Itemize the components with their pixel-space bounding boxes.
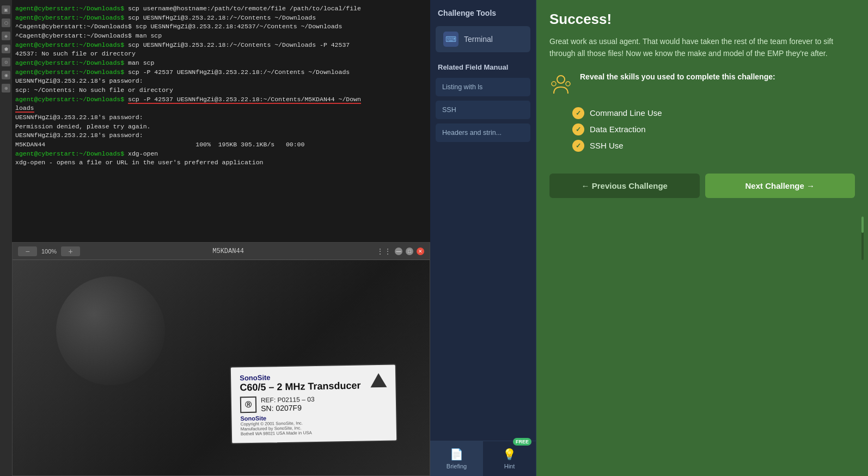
- sidebar-icon-1[interactable]: ▣: [2, 5, 10, 14]
- zoom-in-button[interactable]: +: [61, 246, 80, 256]
- sidebar: ▣ ⬡ ◈ ⬟ ⊙ ◉ ⊕: [0, 0, 12, 476]
- middle-panel: Challenge Tools ⌨ Terminal Related Field…: [430, 0, 536, 476]
- briefing-icon: 📄: [450, 448, 463, 461]
- sidebar-icon-6[interactable]: ◉: [2, 71, 10, 79]
- challenge-tools-header: Challenge Tools: [430, 0, 536, 23]
- maximize-button[interactable]: □: [406, 248, 413, 255]
- sidebar-icon-3[interactable]: ◈: [2, 32, 10, 40]
- sidebar-icon-7[interactable]: ⊕: [2, 84, 10, 92]
- briefing-label: Briefing: [447, 463, 467, 469]
- device-image: SonoSite C60/5 – 2 MHz Transducer Ⓡ REF:…: [13, 260, 430, 475]
- terminal-output: agent@cyberstart:~/Downloads$ scp userna…: [12, 0, 430, 242]
- related-item-ssh[interactable]: SSH: [436, 101, 530, 119]
- briefing-tab[interactable]: 📄 Briefing: [430, 441, 483, 476]
- skill-item-ssh: ✓ SSH Use: [572, 140, 855, 152]
- related-item-listing[interactable]: Listing with ls: [436, 78, 530, 96]
- success-title: Success!: [549, 11, 855, 28]
- skills-title: Reveal the skills you used to complete t…: [580, 72, 775, 83]
- skill-name-ssh: SSH Use: [590, 141, 624, 150]
- device-model: C60/5 – 2 MHz Transducer: [240, 380, 360, 393]
- sidebar-icon-4[interactable]: ⬟: [2, 45, 10, 53]
- label-icon: Ⓡ: [240, 397, 257, 413]
- terminal-tool-button[interactable]: ⌨ Terminal: [436, 26, 530, 52]
- free-badge: FREE: [513, 438, 531, 446]
- skill-name-data-extraction: Data Extraction: [590, 125, 646, 134]
- skill-item-data-extraction: ✓ Data Extraction: [572, 123, 855, 135]
- skill-check-ssh: ✓: [572, 140, 584, 152]
- zoom-out-button[interactable]: −: [18, 246, 37, 256]
- zoom-level: 100%: [41, 248, 57, 255]
- related-item-headers[interactable]: Headers and strin...: [436, 123, 530, 142]
- success-text: Great work as usual agent. That would ha…: [549, 35, 855, 60]
- scroll-indicator[interactable]: [861, 217, 864, 260]
- svg-point-2: [566, 82, 570, 86]
- hint-tab[interactable]: FREE 💡 Hint: [483, 441, 536, 476]
- menu-icon[interactable]: ⋮⋮: [376, 247, 392, 256]
- right-panel: Success! Great work as usual agent. That…: [536, 0, 868, 476]
- skill-name-command-line: Command Line Use: [590, 108, 662, 118]
- svg-point-0: [557, 76, 565, 83]
- terminal-tool-label: Terminal: [464, 35, 493, 44]
- file-viewer-titlebar: − 100% + M5KDAN44 ⋮⋮ — □ ✕: [13, 243, 430, 260]
- minimize-button[interactable]: —: [395, 248, 402, 255]
- skill-check-command-line: ✓: [572, 107, 584, 119]
- sidebar-icon-5[interactable]: ⊙: [2, 58, 10, 66]
- challenge-nav: ← Previous Challenge Next Challenge →: [549, 174, 855, 198]
- device-ref: REF: P02115 – 03: [261, 395, 315, 404]
- file-viewer: − 100% + M5KDAN44 ⋮⋮ — □ ✕: [12, 242, 430, 476]
- skill-item-command-line: ✓ Command Line Use: [572, 107, 855, 119]
- sidebar-icon-2[interactable]: ⬡: [2, 18, 10, 27]
- hint-icon: 💡: [503, 448, 516, 461]
- bottom-tabs: 📄 Briefing FREE 💡 Hint: [430, 441, 536, 476]
- related-field-manual-header: Related Field Manual: [430, 55, 536, 76]
- file-title: M5KDAN44: [84, 248, 372, 255]
- terminal-icon: ⌨: [443, 32, 459, 47]
- svg-point-1: [552, 82, 556, 86]
- device-label: SonoSite C60/5 – 2 MHz Transducer Ⓡ REF:…: [230, 363, 398, 444]
- skills-icon: [549, 73, 572, 100]
- left-panel: ▣ ⬡ ◈ ⬟ ⊙ ◉ ⊕ agent@cyberstart:~/Downloa…: [0, 0, 430, 476]
- close-button[interactable]: ✕: [417, 248, 424, 255]
- device-sn: SN: 0207F9: [261, 403, 315, 413]
- next-challenge-button[interactable]: Next Challenge →: [705, 174, 855, 198]
- hint-label: Hint: [504, 463, 515, 469]
- skill-check-data-extraction: ✓: [572, 123, 584, 135]
- previous-challenge-button[interactable]: ← Previous Challenge: [549, 174, 700, 198]
- file-content: SonoSite C60/5 – 2 MHz Transducer Ⓡ REF:…: [13, 260, 430, 475]
- skills-section: Reveal the skills you used to complete t…: [549, 72, 855, 156]
